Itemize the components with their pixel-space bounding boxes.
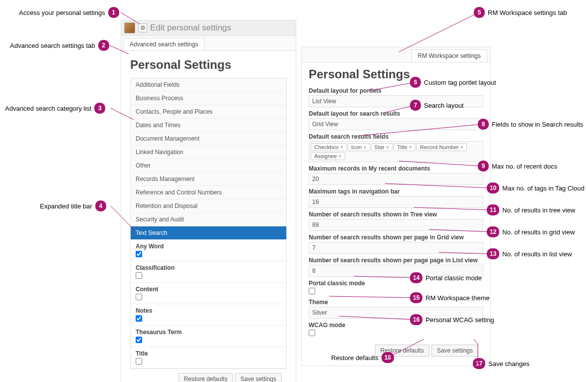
left-panel-body: Personal Settings Additional FieldsBusin… — [121, 51, 296, 382]
callout-9-text: Max no. of recent docs — [492, 163, 558, 170]
left-tab-strip: Advanced search settings — [121, 36, 296, 51]
category-item[interactable]: Linked Navigation — [131, 146, 286, 159]
callout-7: Search layout7 — [410, 100, 464, 111]
advanced-search-panel: ⚙ Edit personal settings Advanced search… — [121, 20, 296, 382]
field-max-recent: Maximum records in My recent documents 2… — [309, 165, 483, 185]
callout-10-text: Max no. of tags in Tag Cloud — [502, 185, 585, 192]
callout-9: Max no. of recent docs9 — [478, 161, 558, 172]
badge-12: 12 — [487, 226, 499, 237]
badge-9: 9 — [478, 161, 489, 172]
badge-6: 6 — [410, 77, 421, 88]
field-search-layout: Default layout for search results Grid V… — [309, 110, 483, 130]
field-search-fields: Default search results fields Checkbox ×… — [309, 133, 483, 162]
field-max-tags: Maximum tags in navigation bar 16 — [309, 188, 483, 208]
category-item[interactable]: Other — [131, 159, 286, 173]
text-search-option: Any Word — [131, 240, 286, 261]
text-search-option: Notes — [131, 304, 286, 326]
category-item[interactable]: Business Process — [131, 92, 286, 105]
option-checkbox[interactable] — [136, 358, 142, 365]
callout-8-text: Fields to show in Search results — [492, 121, 584, 128]
max-tags-input[interactable]: 16 — [309, 196, 483, 208]
option-checkbox[interactable] — [136, 272, 142, 279]
callout-3: Advanced search category list3 — [5, 103, 105, 114]
callout-17: Save changes17 — [473, 358, 530, 369]
option-label: Content — [136, 286, 281, 293]
chip-remove-icon[interactable]: × — [386, 144, 389, 150]
category-item[interactable]: Document Management — [131, 132, 286, 146]
chip-remove-icon[interactable]: × — [409, 144, 412, 150]
grid-results-input[interactable]: 7 — [309, 242, 483, 254]
option-checkbox[interactable] — [136, 251, 142, 257]
badge-3: 3 — [94, 103, 105, 114]
callout-1-text: Access your personal settings — [19, 9, 105, 16]
callout-4: Expanded title bar4 — [40, 200, 106, 211]
callout-18-text: Restore defaults — [331, 354, 379, 362]
tab-rm-workspace[interactable]: RM Workspace settings — [411, 49, 488, 62]
badge-1: 1 — [108, 7, 119, 18]
badge-2: 2 — [98, 40, 109, 51]
callout-8: Fields to show in Search results8 — [478, 119, 584, 130]
badge-5: 5 — [474, 7, 485, 18]
left-button-row: Restore defaults Save settings — [130, 369, 287, 382]
search-field-chip[interactable]: Title × — [393, 143, 415, 151]
save-settings-button-right[interactable]: Save settings — [431, 345, 478, 357]
callout-16: Personal WCAG setting16 — [410, 314, 494, 325]
search-fields-label: Default search results fields — [309, 133, 483, 140]
callout-2: Advanced search settings tab2 — [10, 40, 109, 51]
svg-line-4 — [399, 12, 479, 52]
category-item[interactable]: Security and Audit — [131, 213, 286, 226]
callout-14: Portal classic mode14 — [410, 272, 482, 283]
callout-4-text: Expanded title bar — [40, 202, 92, 210]
category-item[interactable]: Retention and Disposal — [131, 199, 286, 213]
avatar[interactable] — [124, 22, 135, 33]
callout-16-text: Personal WCAG setting — [425, 316, 494, 324]
chip-remove-icon[interactable]: × — [338, 153, 341, 159]
text-search-option: Content — [131, 283, 286, 304]
callout-1: Access your personal settings1 — [19, 7, 119, 18]
category-item[interactable]: Reference and Control Numbers — [131, 186, 286, 199]
category-item[interactable]: Contacts, People and Places — [131, 105, 286, 119]
restore-defaults-button[interactable]: Restore defaults — [179, 373, 233, 382]
tree-results-input[interactable]: 88 — [309, 219, 483, 231]
search-fields-chips[interactable]: Checkbox ×Icon ×Star ×Title ×Record Numb… — [309, 141, 483, 162]
chip-remove-icon[interactable]: × — [460, 144, 463, 150]
search-field-chip[interactable]: Star × — [371, 143, 393, 151]
category-item[interactable]: Text Search — [131, 226, 286, 240]
search-layout-label: Default layout for search results — [309, 110, 483, 117]
portal-classic-checkbox[interactable] — [309, 288, 315, 294]
search-field-chip[interactable]: Checkbox × — [311, 143, 347, 151]
option-checkbox[interactable] — [136, 315, 142, 322]
page-title: Edit personal settings — [150, 23, 231, 33]
category-item[interactable]: Additional Fields — [131, 78, 286, 92]
category-item[interactable]: Dates and Times — [131, 119, 286, 132]
field-grid-results: Number of search results shown per page … — [309, 234, 483, 254]
tab-advanced-search[interactable]: Advanced search settings — [123, 38, 204, 50]
search-field-chip[interactable]: Assignee × — [311, 152, 345, 160]
search-field-chip[interactable]: Record Number × — [416, 143, 467, 151]
option-label: Any Word — [136, 243, 281, 250]
category-item[interactable]: Records Management — [131, 173, 286, 186]
callout-2-text: Advanced search settings tab — [10, 42, 95, 49]
gear-icon[interactable]: ⚙ — [138, 23, 147, 32]
badge-8: 8 — [478, 119, 489, 130]
chip-remove-icon[interactable]: × — [363, 144, 366, 150]
badge-17: 17 — [473, 358, 485, 369]
wcag-checkbox[interactable] — [309, 330, 315, 336]
callout-12: No. of results in grid view12 — [487, 226, 575, 237]
max-recent-input[interactable]: 20 — [309, 173, 483, 185]
search-layout-select[interactable]: Grid View — [309, 118, 483, 130]
callout-3-text: Advanced search category list — [5, 105, 91, 112]
option-label: Title — [136, 350, 281, 357]
callout-18: Restore defaults18 — [331, 352, 394, 363]
callout-7-text: Search layout — [424, 102, 464, 109]
chip-remove-icon[interactable]: × — [340, 144, 343, 150]
badge-14: 14 — [410, 272, 422, 283]
callout-5: RM Workspace settings tab5 — [474, 7, 567, 18]
option-checkbox[interactable] — [136, 294, 142, 300]
search-field-chip[interactable]: Icon × — [348, 143, 370, 151]
right-tab-strip: RM Workspace settings — [302, 47, 490, 62]
option-checkbox[interactable] — [136, 337, 142, 343]
save-settings-button[interactable]: Save settings — [235, 373, 282, 382]
left-heading: Personal Settings — [130, 58, 287, 72]
list-results-label: Number of search results shown per page … — [309, 257, 483, 264]
